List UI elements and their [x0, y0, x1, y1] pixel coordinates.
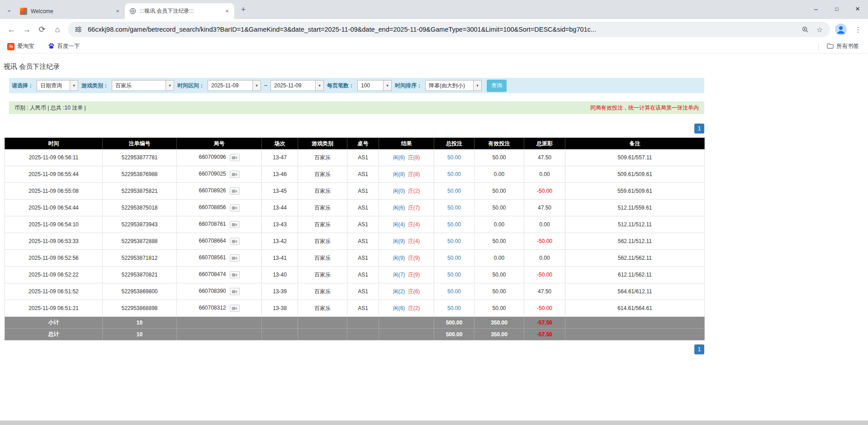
total-bet-link[interactable]: 50.00 [447, 205, 461, 211]
table-row: 2025-11-09 06:55:44 522953876988 6607090… [5, 166, 705, 183]
browser-toolbar: ← → ⟳ ⌂ 66cxkj98.com/game/betrecord_sear… [0, 19, 868, 40]
chevron-down-icon[interactable]: ▾ [252, 81, 261, 91]
total-bet-link[interactable]: 50.00 [447, 288, 461, 295]
table-row: 2025-11-09 06:51:21 522953868898 6607083… [5, 300, 705, 317]
video-replay-icon[interactable] [230, 154, 240, 161]
total-bet-link[interactable]: 50.00 [447, 171, 461, 177]
video-replay-icon[interactable] [230, 238, 240, 245]
date-end-select[interactable]: 2025-11-09 ▾ [270, 80, 324, 91]
cell-bet-id: 522953875821 [103, 183, 177, 200]
forward-icon[interactable]: → [19, 22, 34, 37]
cell-payout: 0.00 [524, 166, 565, 183]
chevron-down-icon[interactable]: ▾ [473, 81, 481, 91]
bookmark-baidu[interactable]: 百度一下 [46, 41, 82, 52]
all-bookmarks-button[interactable]: 所有书签 [825, 41, 861, 52]
result-banker: 庄(6) [408, 288, 420, 295]
subtotal-label: 小计 [5, 317, 103, 329]
page-number-button[interactable]: 1 [694, 124, 704, 134]
site-settings-icon[interactable] [73, 24, 83, 34]
cell-round: 660708390 [177, 283, 262, 300]
cell-time: 2025-11-09 06:53:33 [5, 233, 103, 250]
per-page-select[interactable]: 100 ▾ [357, 80, 392, 91]
search-button[interactable]: 查询 [487, 80, 507, 92]
tab-close-icon[interactable]: × [223, 8, 231, 15]
total-bet-link[interactable]: 50.00 [447, 154, 461, 161]
new-tab-icon[interactable]: + [237, 3, 250, 16]
cell-valid-bet: 50.00 [474, 267, 524, 283]
video-replay-icon[interactable] [230, 254, 240, 262]
browser-menu-icon[interactable]: ⋮ [852, 23, 864, 36]
cell-table: AS1 [347, 200, 379, 216]
cell-remark: 614.61/564.61 [565, 300, 705, 317]
maximize-icon[interactable]: □ [826, 0, 847, 18]
chevron-down-icon[interactable]: ▾ [70, 81, 78, 91]
chevron-down-icon[interactable]: ▾ [166, 81, 174, 91]
cell-bet-id: 522953869800 [103, 283, 177, 300]
round-id: 660709025 [199, 171, 226, 177]
chevron-down-icon[interactable]: ▾ [315, 81, 323, 91]
profile-avatar[interactable] [835, 23, 847, 36]
pagination-bottom: 1 [5, 344, 704, 354]
video-replay-icon[interactable] [230, 187, 240, 195]
bookmark-star-icon[interactable]: ☆ [815, 24, 825, 34]
cell-payout: 47.50 [524, 149, 565, 166]
col-header-session: 场次 [262, 138, 298, 149]
horizontal-scrollbar[interactable] [0, 420, 868, 425]
video-replay-icon[interactable] [230, 204, 240, 211]
sort-order-select[interactable]: 降幂(由大到小) ▾ [425, 80, 482, 91]
video-replay-icon[interactable] [230, 305, 240, 312]
cell-game: 百家乐 [298, 233, 347, 250]
cell-result: 闲(9) 庄(9) [379, 250, 434, 267]
summary-right-notice: 同局有效投注，统一计算在该局第一张注单内 [590, 104, 699, 112]
tab-close-icon[interactable]: × [114, 8, 121, 15]
cell-bet-id: 522953873943 [103, 216, 177, 233]
summary-bar: 币别 : 人民币 | 总共 :10 注单 | 同局有效投注，统一计算在该局第一张… [9, 101, 704, 114]
total-bet-link[interactable]: 50.00 [447, 305, 461, 311]
chevron-down-icon[interactable]: ▾ [383, 81, 391, 91]
result-player: 闲(6) [393, 305, 405, 311]
back-icon[interactable]: ← [4, 22, 19, 37]
window-close-icon[interactable]: × [847, 0, 868, 18]
tab-betrecord[interactable]: :::视讯 会员下注纪录::: × [125, 3, 234, 19]
total-bet-link[interactable]: 50.00 [447, 255, 461, 261]
result-banker: 庄(9) [408, 272, 420, 278]
date-start-select[interactable]: 2025-11-09 ▾ [208, 80, 261, 91]
address-bar[interactable]: 66cxkj98.com/game/betrecord_search/kind3… [68, 22, 830, 37]
tab-search-icon[interactable]: ⌄ [3, 3, 15, 16]
reload-icon[interactable]: ⟳ [34, 22, 50, 37]
url-text[interactable]: 66cxkj98.com/game/betrecord_search/kind3… [88, 26, 796, 33]
pagination-top: 1 [5, 124, 704, 134]
cell-table: AS1 [347, 233, 379, 250]
col-header-remark: 备注 [565, 138, 705, 149]
total-bet-link[interactable]: 50.00 [447, 188, 461, 194]
cell-total-bet: 50.00 [434, 267, 474, 283]
col-header-payout: 总派彩 [524, 138, 565, 149]
bookmark-aitaobao[interactable]: 淘 爱淘宝 [5, 41, 36, 52]
video-replay-icon[interactable] [230, 288, 240, 295]
total-bet-link[interactable]: 50.00 [447, 238, 461, 244]
browser-window: ⌄ Welcome × :::视讯 会员下注纪录::: × + – □ × ← … [0, 0, 868, 354]
total-bet-link[interactable]: 50.00 [447, 272, 461, 278]
cell-session: 13-45 [262, 183, 298, 200]
cell-game: 百家乐 [298, 250, 347, 267]
cell-remark: 612.11/562.11 [565, 267, 705, 283]
result-player: 闲(9) [393, 238, 405, 244]
cell-valid-bet: 0.00 [474, 250, 524, 267]
tab-welcome[interactable]: Welcome × [15, 3, 125, 19]
round-id: 660708312 [199, 305, 226, 311]
video-replay-icon[interactable] [230, 171, 240, 178]
home-icon[interactable]: ⌂ [50, 22, 65, 37]
cell-table: AS1 [347, 283, 379, 300]
minimize-icon[interactable]: – [806, 0, 826, 18]
video-replay-icon[interactable] [230, 271, 240, 278]
total-bet-link[interactable]: 50.00 [447, 221, 461, 228]
result-banker: 庄(9) [408, 255, 420, 261]
zoom-icon[interactable] [800, 24, 810, 34]
query-type-select[interactable]: 日期查询 ▾ [37, 80, 78, 91]
cell-table: AS1 [347, 216, 379, 233]
video-replay-icon[interactable] [230, 221, 240, 228]
table-row: 2025-11-09 06:52:56 522953871812 6607085… [5, 250, 705, 267]
cell-remark: 509.61/557.11 [565, 149, 705, 166]
game-type-select[interactable]: 百家乐 ▾ [112, 80, 174, 91]
page-number-button[interactable]: 1 [694, 344, 704, 354]
